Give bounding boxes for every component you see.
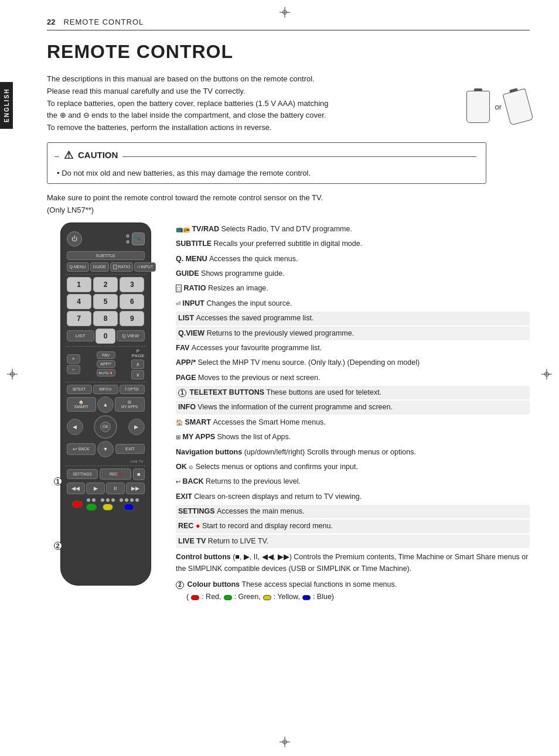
numpad: 1 2 3 4 5 6 7 8 9	[67, 277, 145, 326]
mute-button[interactable]: MUTE🔇	[97, 369, 115, 377]
rec-button[interactable]: REC ●	[100, 468, 131, 480]
rewind-button[interactable]: ◀◀	[67, 483, 86, 494]
num-1[interactable]: 1	[67, 277, 91, 292]
input-icon: ⏎	[176, 300, 180, 307]
nav-left-arrow[interactable]: ◀	[67, 419, 83, 435]
red-button[interactable]	[72, 501, 83, 508]
remote-body: ⏻ 📺 SUBTITLE Q.MENU	[60, 223, 151, 586]
desc-ok: OK ⊙ Selects menus or options and confir…	[176, 460, 530, 474]
intro-line3: To replace batteries, open the battery c…	[47, 98, 410, 110]
desc-teletext: 1 TELETEXT BUTTONS These buttons are use…	[176, 386, 530, 399]
nav-up-arrow[interactable]: ▲	[97, 396, 114, 413]
num-3[interactable]: 3	[120, 277, 144, 292]
circle-2: 2	[176, 581, 184, 589]
left-crosshair	[7, 369, 18, 381]
yellow-label: : Yellow,	[274, 591, 300, 603]
desc-fav: FAV Accesses your favourite programme li…	[176, 341, 530, 355]
num-8[interactable]: 8	[93, 311, 118, 326]
info-button[interactable]: INFO⊙	[93, 385, 118, 394]
smart-icon: 🏠	[176, 419, 183, 426]
app-button[interactable]: APP/*	[97, 360, 115, 368]
stop-button[interactable]: ■	[133, 468, 144, 480]
power-button[interactable]: ⏻	[67, 231, 82, 247]
ff-button[interactable]: ▶▶	[126, 483, 145, 494]
back-icon: ↩	[176, 478, 180, 485]
blue-label: : Blue)	[313, 591, 334, 603]
dot-7	[125, 498, 128, 502]
green-button[interactable]	[86, 504, 97, 511]
guide-button[interactable]: GUIDE	[90, 262, 109, 272]
page-header: 22 REMOTE CONTROL	[47, 18, 530, 30]
ok-circle[interactable]: OK	[94, 415, 117, 439]
tv-rad-button[interactable]: 📺	[132, 232, 145, 245]
desc-exit: EXIT Clears on-screen displays and retur…	[176, 490, 530, 504]
page-header-title: REMOTE CONTROL	[63, 18, 144, 26]
blue-btn-col	[119, 498, 139, 511]
dot-3	[101, 498, 104, 502]
desc-list: LIST Accesses the saved programme list.	[176, 312, 530, 325]
desc-colour-btns: 2 Colour buttons These access special fu…	[176, 578, 530, 604]
num-2[interactable]: 2	[93, 277, 118, 292]
only-note: (Only LN57**)	[47, 206, 530, 214]
fav-button[interactable]: FAV	[97, 351, 115, 359]
page-down[interactable]: ∨	[131, 370, 144, 379]
num-4[interactable]: 4	[67, 294, 91, 309]
num-0[interactable]: 0	[96, 329, 115, 344]
colour-green	[224, 595, 232, 600]
text-button[interactable]: ⊞TEXT	[67, 385, 92, 394]
desc-ratio: □ RATIO Resizes an image.	[176, 282, 530, 295]
circle-1: 1	[178, 389, 186, 397]
subtitle-button[interactable]: SUBTITLE	[67, 251, 145, 260]
settings-rec-row: SETTINGS REC ● ■	[67, 468, 145, 480]
nav-right-arrow[interactable]: ▶	[128, 419, 145, 435]
dot-1	[87, 498, 90, 502]
play-button[interactable]: ▶	[86, 483, 105, 494]
num-7[interactable]: 7	[67, 311, 91, 326]
intro-line5: To remove the batteries, perform the ins…	[47, 122, 410, 134]
blue-button[interactable]	[124, 504, 134, 511]
text-row: ⊞TEXT INFO⊙ T.OPT⊟	[67, 385, 145, 394]
divider-2	[66, 346, 146, 347]
rec-indicator: ●	[196, 522, 200, 530]
annotation-2: 2	[54, 542, 62, 550]
intro-line4: the ⊕ and ⊖ ends to the label inside the…	[47, 110, 410, 122]
yellow-button[interactable]	[103, 504, 113, 511]
ratio-icon: □	[176, 285, 182, 292]
num-9[interactable]: 9	[120, 311, 144, 326]
menu-row: Q.MENU GUIDE □RATIO ⏎INPUT	[67, 262, 145, 272]
nav-row: ◀ OK ▶	[67, 415, 145, 439]
topt-button[interactable]: T.OPT⊟	[120, 385, 145, 394]
num-5[interactable]: 5	[93, 294, 118, 309]
vol-up[interactable]: +	[67, 354, 80, 364]
intro-line2: Please read this manual carefully and us…	[47, 85, 410, 98]
ratio-button[interactable]: □RATIO	[110, 262, 134, 272]
page-number: 22	[47, 18, 55, 26]
divider-4	[66, 466, 146, 466]
divider-3	[66, 382, 146, 382]
desc-smart: 🏠 SMART Accesses the Smart Home menus.	[176, 416, 530, 429]
desc-qview: Q.VIEW Returns to the previously viewed …	[176, 327, 530, 340]
rec-dot: ●	[119, 471, 122, 477]
list-button[interactable]: LIST	[67, 330, 95, 341]
input-button[interactable]: ⏎INPUT	[134, 262, 156, 272]
nav-down-arrow[interactable]: ▼	[97, 441, 114, 457]
vol-down[interactable]: −	[67, 365, 80, 374]
back-button[interactable]: ↩BACK	[67, 443, 96, 455]
caution-box: ⚠ CAUTION • Do not mix old and new batte…	[47, 142, 486, 184]
smart-row: 🏠SMART ▲ ⊞MY APPS	[67, 396, 145, 413]
exit-button[interactable]: EXIT	[115, 444, 145, 454]
page-up[interactable]: ∧	[131, 360, 144, 369]
num-6[interactable]: 6	[120, 294, 144, 309]
red-btn-col	[72, 501, 83, 508]
dot-6	[120, 498, 123, 502]
led-dot-1	[126, 234, 129, 238]
language-tab: ENGLISH	[0, 82, 13, 129]
qview-button[interactable]: Q.VIEW	[117, 330, 145, 341]
myapps-button[interactable]: ⊞MY APPS	[115, 397, 145, 412]
settings-button[interactable]: SETTINGS	[67, 469, 98, 479]
qmenu-button[interactable]: Q.MENU	[67, 262, 89, 272]
desc-nav: Navigation buttons (up/down/left/right) …	[176, 446, 530, 459]
right-crosshair	[541, 369, 552, 381]
pause-button[interactable]: II	[106, 483, 125, 494]
smart-button[interactable]: 🏠SMART	[67, 397, 97, 412]
